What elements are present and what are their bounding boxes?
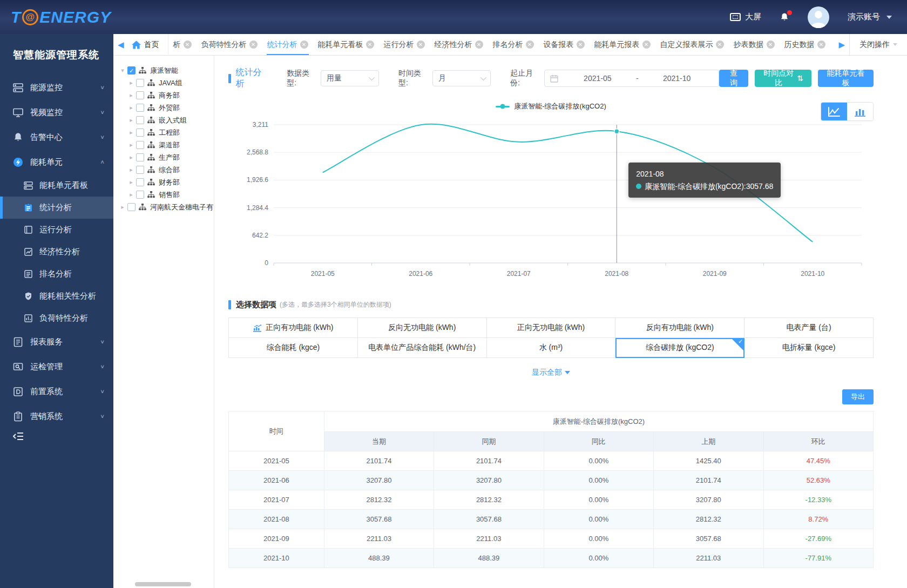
data-item-正向有功电能 (kWh)[interactable]: 正向有功电能 (kWh) bbox=[229, 318, 358, 338]
notification-bell-button[interactable] bbox=[780, 12, 789, 22]
tree-checkbox[interactable] bbox=[136, 191, 144, 199]
tree-checkbox[interactable] bbox=[136, 141, 144, 149]
tree-checkbox[interactable] bbox=[136, 166, 144, 174]
sidebar-subitem-负荷特性分析[interactable]: 负荷特性分析 bbox=[0, 307, 113, 329]
tree-node-销售部[interactable]: ▸销售部 bbox=[119, 188, 214, 201]
tree-collapse-icon[interactable]: ▸ bbox=[127, 104, 135, 111]
sidebar-item-报表服务[interactable]: 报表服务∨ bbox=[0, 329, 113, 354]
tab-close-icon[interactable]: ✕ bbox=[184, 40, 192, 49]
tree-horizontal-scrollbar[interactable] bbox=[135, 582, 191, 586]
tab-close-icon[interactable]: ✕ bbox=[417, 40, 425, 49]
tab-析[interactable]: 析✕ bbox=[168, 34, 197, 55]
tree-node-外贸部[interactable]: ▸外贸部 bbox=[119, 102, 214, 114]
sidebar-item-告警中心[interactable]: 告警中心∨ bbox=[0, 125, 113, 150]
data-item-综合碳排放 (kgCO2)[interactable]: 综合碳排放 (kgCO2)✓ bbox=[615, 338, 744, 358]
collapse-sidebar-icon[interactable] bbox=[13, 432, 24, 441]
tab-运行分析[interactable]: 运行分析✕ bbox=[379, 34, 430, 55]
tab-close-icon[interactable]: ✕ bbox=[716, 40, 724, 49]
close-operations-menu[interactable]: 关闭操作 bbox=[849, 34, 907, 55]
tab-设备报表[interactable]: 设备报表✕ bbox=[539, 34, 590, 55]
tab-close-icon[interactable]: ✕ bbox=[767, 40, 775, 49]
time-compare-button[interactable]: 时间点对比⇅ bbox=[755, 70, 811, 87]
avatar[interactable] bbox=[808, 6, 829, 28]
tree-node-综合部[interactable]: ▸综合部 bbox=[119, 164, 214, 176]
tab-能耗单元看板[interactable]: 能耗单元看板✕ bbox=[313, 34, 379, 55]
tab-自定义报表展示[interactable]: 自定义报表展示✕ bbox=[655, 34, 729, 55]
tree-checkbox[interactable] bbox=[136, 153, 144, 161]
tree-node-财务部[interactable]: ▸财务部 bbox=[119, 176, 214, 188]
sidebar-subitem-排名分析[interactable]: 排名分析 bbox=[0, 263, 113, 285]
tab-close-icon[interactable]: ✕ bbox=[366, 40, 374, 49]
tab-能耗单元报表[interactable]: 能耗单元报表✕ bbox=[590, 34, 655, 55]
tab-历史数据[interactable]: 历史数据✕ bbox=[780, 34, 830, 55]
chart-legend[interactable]: 康派智能-综合碳排放(kgCO2) bbox=[228, 96, 874, 117]
data-item-正向无功电能 (kWh)[interactable]: 正向无功电能 (kWh) bbox=[487, 318, 616, 338]
sidebar-item-视频监控[interactable]: 视频监控∨ bbox=[0, 100, 113, 125]
tree-node-JAVA组[interactable]: ▸JAVA组 bbox=[119, 77, 214, 89]
tree-checkbox[interactable] bbox=[136, 91, 144, 99]
tree-node-sibling[interactable]: ▸河南航天金穗电子有 bbox=[119, 201, 214, 213]
sidebar-subitem-运行分析[interactable]: 运行分析 bbox=[0, 219, 113, 241]
date-range-input[interactable]: 2021-05 - 2021-10 bbox=[544, 70, 719, 87]
tabs-scroll-right-icon[interactable]: ▶ bbox=[834, 40, 849, 50]
tree-node-生产部[interactable]: ▸生产部 bbox=[119, 151, 214, 164]
tab-close-icon[interactable]: ✕ bbox=[526, 40, 534, 49]
tree-node-root[interactable]: ▾✓康派智能 bbox=[119, 64, 214, 77]
data-type-select[interactable]: 用量 bbox=[321, 70, 379, 86]
tab-close-icon[interactable]: ✕ bbox=[817, 40, 825, 49]
tree-collapse-icon[interactable]: ▸ bbox=[127, 141, 135, 148]
tree-node-商务部[interactable]: ▸商务部 bbox=[119, 89, 214, 102]
tab-排名分析[interactable]: 排名分析✕ bbox=[488, 34, 539, 55]
tab-close-icon[interactable]: ✕ bbox=[577, 40, 585, 49]
data-item-综合能耗 (kgce)[interactable]: 综合能耗 (kgce) bbox=[229, 338, 358, 358]
sidebar-subitem-能耗相关性分析[interactable]: 能耗相关性分析 bbox=[0, 285, 113, 307]
big-screen-button[interactable]: 大屏 bbox=[730, 12, 761, 22]
tab-统计分析[interactable]: 统计分析✕ bbox=[262, 34, 313, 55]
tree-collapse-icon[interactable]: ▸ bbox=[119, 204, 126, 211]
sidebar-item-能源监控[interactable]: 能源监控∨ bbox=[0, 75, 113, 100]
tree-checkbox[interactable] bbox=[136, 116, 144, 124]
tab-负荷特性分析[interactable]: 负荷特性分析✕ bbox=[197, 34, 262, 55]
tab-close-icon[interactable]: ✕ bbox=[642, 40, 651, 49]
tree-collapse-icon[interactable]: ▸ bbox=[127, 191, 135, 198]
data-item-反向无功电能 (kWh)[interactable]: 反向无功电能 (kWh) bbox=[358, 318, 487, 338]
data-item-电表单位产品综合能耗 (kWh/台)[interactable]: 电表单位产品综合能耗 (kWh/台) bbox=[358, 338, 487, 358]
tree-checkbox[interactable] bbox=[136, 129, 144, 137]
sidebar-item-运检管理[interactable]: 运检管理∨ bbox=[0, 354, 113, 379]
tree-collapse-icon[interactable]: ▸ bbox=[127, 166, 135, 173]
tree-collapse-icon[interactable]: ▸ bbox=[127, 79, 135, 86]
tree-node-渠道部[interactable]: ▸渠道部 bbox=[119, 139, 214, 151]
tree-collapse-icon[interactable]: ▸ bbox=[127, 92, 135, 99]
tab-close-icon[interactable]: ✕ bbox=[475, 40, 483, 49]
tab-实时数据[interactable]: 实时数据✕ bbox=[830, 34, 835, 55]
tree-checkbox[interactable]: ✓ bbox=[127, 66, 136, 75]
tabs-scroll-left-icon[interactable]: ◀ bbox=[113, 40, 128, 50]
tree-collapse-icon[interactable]: ▸ bbox=[127, 179, 135, 186]
chart-canvas[interactable]: 3,2112,568.81,926.61,284.4642.202021-052… bbox=[228, 117, 872, 279]
data-item-水 (m³)[interactable]: 水 (m³) bbox=[487, 338, 616, 358]
account-menu[interactable]: 演示账号 bbox=[848, 12, 892, 22]
data-item-电表产量 (台)[interactable]: 电表产量 (台) bbox=[744, 318, 874, 338]
tab-close-icon[interactable]: ✕ bbox=[300, 40, 308, 49]
show-all-button[interactable]: 显示全部 bbox=[228, 368, 874, 377]
tree-collapse-icon[interactable]: ▸ bbox=[127, 129, 135, 136]
sidebar-item-前置系统[interactable]: 前置系统∨ bbox=[0, 379, 113, 404]
tree-checkbox[interactable] bbox=[136, 79, 144, 87]
tab-抄表数据[interactable]: 抄表数据✕ bbox=[729, 34, 780, 55]
tree-node-嵌入式组[interactable]: ▸嵌入式组 bbox=[119, 114, 214, 126]
data-item-反向有功电能 (kWh)[interactable]: 反向有功电能 (kWh) bbox=[615, 318, 744, 338]
line-chart-toggle[interactable] bbox=[821, 103, 847, 120]
tab-close-icon[interactable]: ✕ bbox=[249, 40, 258, 49]
tree-expand-icon[interactable]: ▾ bbox=[119, 67, 126, 74]
tree-checkbox[interactable] bbox=[136, 178, 144, 186]
tree-node-工程部[interactable]: ▸工程部 bbox=[119, 126, 214, 139]
sidebar-item-能耗单元[interactable]: 能耗单元∧ bbox=[0, 150, 113, 174]
bar-chart-toggle[interactable] bbox=[847, 103, 873, 120]
energy-unit-kanban-button[interactable]: 能耗单元看板 bbox=[818, 70, 874, 87]
tree-checkbox[interactable] bbox=[127, 203, 136, 211]
data-item-电折标量 (kgce)[interactable]: 电折标量 (kgce) bbox=[744, 338, 874, 358]
tree-collapse-icon[interactable]: ▸ bbox=[127, 154, 135, 161]
time-type-select[interactable]: 月 bbox=[432, 70, 491, 86]
export-button[interactable]: 导出 bbox=[842, 389, 874, 404]
tab-home[interactable]: 首页 bbox=[128, 34, 168, 55]
